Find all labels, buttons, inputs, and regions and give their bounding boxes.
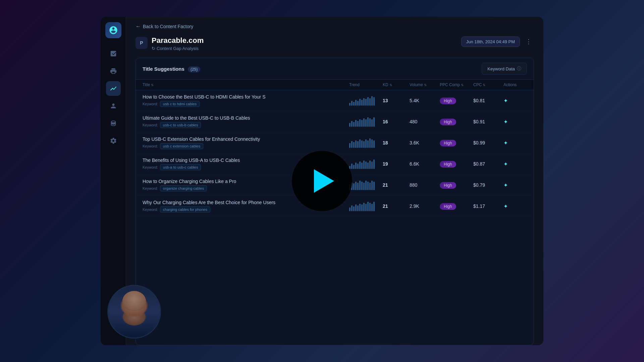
trend-bar — [359, 99, 361, 106]
person-face — [108, 286, 160, 338]
trend-bar — [373, 97, 375, 106]
trend-bar — [359, 181, 361, 190]
person-video — [107, 285, 161, 339]
col-title[interactable]: Title ⇅ — [143, 82, 349, 87]
trend-bar — [361, 204, 363, 211]
sparkle-icon[interactable]: ✦ — [503, 140, 508, 146]
trend-bar — [373, 182, 375, 190]
trend-bar — [361, 182, 363, 190]
action-cell[interactable]: ✦ — [503, 203, 527, 209]
col-trend[interactable]: Trend — [349, 82, 383, 87]
sidebar-item-analytics[interactable] — [106, 46, 121, 61]
sidebar-item-user[interactable] — [106, 99, 121, 113]
sidebar-item-database[interactable] — [106, 116, 121, 131]
sparkle-icon[interactable]: ✦ — [503, 203, 508, 209]
keyword-text: Keyword: — [143, 186, 158, 190]
sparkle-icon[interactable]: ✦ — [503, 161, 508, 167]
trend-bar — [371, 162, 373, 169]
sidebar-item-chart[interactable] — [106, 81, 121, 96]
trend-bar — [365, 99, 367, 106]
sidebar-item-print[interactable] — [106, 64, 121, 78]
trend-bar — [353, 142, 355, 148]
back-button[interactable]: ← Back to Content Factory — [136, 23, 193, 29]
trend-bar — [371, 181, 373, 190]
trend-bar — [363, 203, 365, 211]
sparkle-icon[interactable]: ✦ — [503, 119, 508, 125]
row-title: Ultimate Guide to the Best USB-C to USB-… — [143, 115, 349, 121]
trend-bar — [349, 123, 351, 127]
table-title: Title Suggestions (25) — [143, 66, 200, 72]
action-cell[interactable]: ✦ — [503, 161, 527, 167]
kd-value: 21 — [383, 182, 410, 188]
keyword-badge: usb-c to usb-b cables — [160, 122, 201, 128]
trend-bars — [349, 96, 383, 106]
brand-info: P Paracable.com ↻ Content Gap Analysis — [136, 36, 204, 51]
cpc-value: $0.81 — [473, 98, 503, 103]
trend-bar — [373, 160, 375, 169]
row-title-cell: Top USB-C Extension Cables for Enhanced … — [143, 136, 349, 149]
cpc-value: $1.17 — [473, 203, 503, 209]
cpc-value: $0.87 — [473, 161, 503, 167]
play-icon — [314, 169, 334, 193]
kd-value: 18 — [383, 140, 410, 145]
trend-bar — [361, 120, 363, 127]
trend-bar — [365, 139, 367, 148]
sidebar-item-settings[interactable] — [106, 133, 121, 148]
trend-bars — [349, 201, 383, 211]
keyword-text: Keyword: — [143, 144, 158, 148]
trend-bar — [351, 101, 353, 106]
back-arrow-icon: ← — [136, 23, 141, 29]
sidebar-logo[interactable] — [105, 22, 121, 38]
trend-bar — [365, 204, 367, 211]
kd-value: 13 — [383, 98, 410, 103]
col-volume[interactable]: Volume ⇅ — [410, 82, 440, 87]
row-title: How to Choose the Best USB-C to HDMI Cab… — [143, 94, 349, 100]
more-button[interactable]: ⋮ — [523, 36, 534, 47]
trend-bars — [349, 138, 383, 148]
top-header: ← Back to Content Factory — [126, 17, 543, 34]
count-badge: (25) — [188, 66, 200, 72]
ppc-badge-cell: High — [440, 140, 473, 146]
trend-bar — [367, 182, 369, 190]
volume-value: 880 — [410, 182, 440, 188]
trend-bar — [361, 140, 363, 148]
trend-bar — [373, 140, 375, 148]
sort-icon: ⇅ — [151, 83, 154, 87]
keyword-badge: charging cables for phones — [160, 206, 210, 213]
trend-bar — [355, 204, 357, 211]
col-kd[interactable]: KD ⇅ — [383, 82, 410, 87]
trend-bar — [367, 117, 369, 127]
ppc-badge-cell: High — [440, 203, 473, 209]
trend-bar — [353, 122, 355, 127]
sparkle-icon[interactable]: ✦ — [503, 182, 508, 188]
trend-bar — [371, 204, 373, 211]
table-row: How to Choose the Best USB-C to HDMI Cab… — [136, 90, 534, 111]
col-cpc[interactable]: CPC ⇅ — [473, 82, 503, 87]
info-icon[interactable]: ⓘ — [517, 66, 521, 72]
action-cell[interactable]: ✦ — [503, 98, 527, 104]
trend-bar — [359, 204, 361, 211]
keyword-text: Keyword: — [143, 102, 158, 106]
cpc-value: $0.91 — [473, 119, 503, 124]
volume-value: 5.4K — [410, 98, 440, 103]
action-cell[interactable]: ✦ — [503, 119, 527, 125]
trend-bar — [357, 205, 359, 211]
trend-bar — [363, 98, 365, 106]
trend-bars — [349, 180, 383, 190]
volume-value: 6.6K — [410, 161, 440, 167]
volume-value: 3.6K — [410, 140, 440, 145]
col-ppc[interactable]: PPC Comp ⇅ — [440, 82, 473, 87]
trend-bar — [369, 118, 371, 127]
brand-icon: P — [136, 37, 148, 49]
keyword-badge: usb-a to usb-c cables — [160, 164, 201, 170]
trend-bar — [349, 103, 351, 106]
action-cell[interactable]: ✦ — [503, 182, 527, 188]
trend-bar — [369, 161, 371, 169]
trend-bar — [355, 120, 357, 127]
sparkle-icon[interactable]: ✦ — [503, 98, 508, 104]
trend-bar — [353, 183, 355, 190]
action-cell[interactable]: ✦ — [503, 140, 527, 146]
trend-bar — [351, 164, 353, 169]
date-badge: Jun 18th, 2024 04:49 PM — [461, 37, 520, 47]
video-play-overlay[interactable] — [292, 151, 352, 211]
